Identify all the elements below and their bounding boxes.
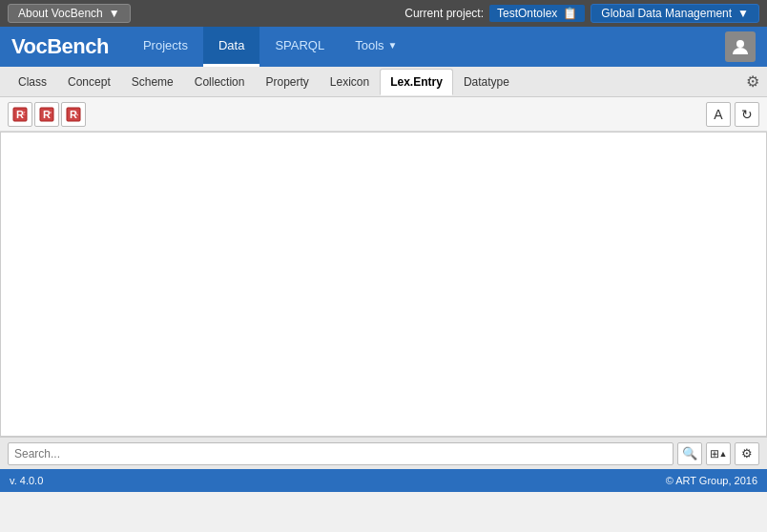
tab-class[interactable]: Class	[8, 69, 57, 95]
tab-bar: Class Concept Scheme Collection Property…	[0, 67, 767, 97]
svg-text:R: R	[70, 109, 77, 120]
svg-text:R: R	[43, 109, 51, 120]
about-label: About VocBench	[18, 7, 103, 20]
edit-entry-button[interactable]: R	[34, 102, 59, 127]
tab-scheme[interactable]: Scheme	[121, 69, 184, 95]
tab-property[interactable]: Property	[255, 69, 319, 95]
tab-lexentry[interactable]: Lex.Entry	[380, 69, 453, 95]
refresh-button[interactable]: ↻	[735, 102, 759, 127]
tools-arrow-icon: ▼	[388, 40, 398, 51]
top-bar: About VocBench ▼ Current project: TestOn…	[0, 0, 767, 27]
project-name: TestOntolex	[497, 7, 557, 20]
delete-entry-button[interactable]: R	[61, 102, 86, 127]
clipboard-icon[interactable]: 📋	[563, 7, 577, 20]
filter-icon: ⊞	[710, 447, 719, 460]
about-button[interactable]: About VocBench ▼	[8, 4, 131, 23]
version-label: v. 4.0.0	[10, 475, 43, 486]
nav-projects[interactable]: Projects	[128, 27, 203, 67]
nav-tools[interactable]: Tools ▼	[340, 27, 412, 67]
current-project-area: Current project: TestOntolex 📋 Global Da…	[404, 4, 759, 23]
tab-gear-icon[interactable]: ⚙	[746, 72, 759, 91]
add-entry-button[interactable]: R z	[8, 102, 32, 127]
search-input[interactable]	[8, 442, 674, 465]
tab-lexicon[interactable]: Lexicon	[320, 69, 380, 95]
tab-concept[interactable]: Concept	[57, 69, 121, 95]
svg-text:z: z	[22, 110, 26, 116]
font-button[interactable]: A	[706, 102, 731, 127]
status-bar: v. 4.0.0 © ART Group, 2016	[0, 469, 767, 492]
toolbar-right: A ↻	[706, 102, 759, 127]
tab-datatype[interactable]: Datatype	[453, 69, 520, 95]
project-name-box: TestOntolex 📋	[489, 5, 585, 22]
nav-bar: VocBench Projects Data SPARQL Tools ▼	[0, 27, 767, 67]
global-data-arrow-icon: ▼	[737, 7, 749, 20]
search-bar: 🔍 ⊞ ▲ ⚙	[0, 437, 767, 469]
about-arrow-icon: ▼	[109, 7, 120, 20]
search-icon: 🔍	[682, 446, 697, 460]
main-content-area	[0, 132, 767, 437]
tab-collection[interactable]: Collection	[184, 69, 256, 95]
filter-button[interactable]: ⊞ ▲	[706, 442, 731, 465]
search-gear-icon: ⚙	[741, 446, 753, 460]
search-settings-button[interactable]: ⚙	[735, 442, 759, 465]
user-icon[interactable]	[725, 31, 756, 62]
global-data-button[interactable]: Global Data Management ▼	[591, 4, 759, 23]
svg-point-0	[736, 40, 744, 48]
global-data-label: Global Data Management	[601, 7, 732, 20]
search-button[interactable]: 🔍	[677, 442, 702, 465]
nav-data[interactable]: Data	[203, 27, 259, 67]
nav-sparql[interactable]: SPARQL	[259, 27, 340, 67]
brand-logo: VocBench	[11, 34, 109, 59]
toolbar: R z R R A ↻	[0, 97, 767, 132]
current-project-label: Current project:	[404, 7, 484, 20]
copyright-label: © ART Group, 2016	[666, 475, 757, 486]
filter-arrow-icon: ▲	[719, 449, 728, 459]
